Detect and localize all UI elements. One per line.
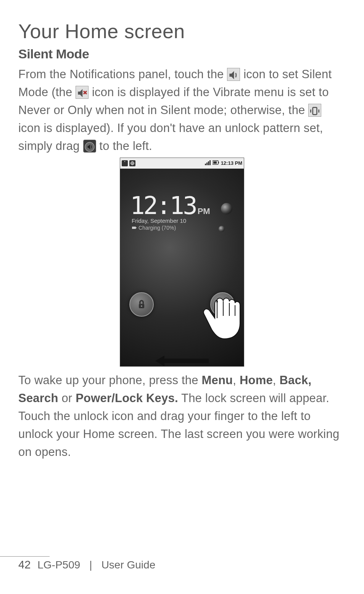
text-segment: To wake up your phone, press the	[18, 373, 202, 387]
status-bar: 12:13 PM	[120, 158, 244, 169]
clock-widget: 12:13PM Friday, September 10 Charging (7…	[130, 192, 210, 231]
footer-guide: User Guide	[101, 559, 156, 571]
key-home: Home	[240, 373, 273, 387]
text-or: or	[58, 391, 76, 405]
charging-text: Charging (70%)	[139, 225, 176, 231]
text-segment: to the left.	[99, 139, 152, 153]
page-footer: 42 LG-P509 | User Guide	[18, 559, 155, 571]
drag-arrow-left	[155, 356, 209, 366]
clock-time: 12:13	[130, 192, 196, 220]
usb-icon	[122, 160, 128, 166]
text-sep: ,	[233, 373, 240, 387]
speaker-muted-icon	[76, 86, 89, 99]
svg-rect-5	[206, 163, 208, 165]
drag-hand-illustration	[194, 288, 244, 349]
section-subtitle: Silent Mode	[18, 47, 346, 61]
paragraph-wake: To wake up your phone, press the Menu, H…	[18, 371, 346, 461]
lockscreen-screenshot: 12:13 PM 12:13PM Friday, September 10 Ch…	[120, 158, 244, 367]
vibrate-icon	[308, 104, 321, 117]
clock-charging: Charging (70%)	[132, 225, 210, 231]
lockscreen-body: 12:13PM Friday, September 10 Charging (7…	[120, 169, 244, 366]
unlock-slider-button[interactable]	[129, 292, 154, 317]
text-sep: ,	[273, 373, 280, 387]
status-left	[122, 160, 135, 166]
svg-rect-10	[213, 161, 217, 164]
status-time: 12:13 PM	[221, 160, 242, 166]
svg-rect-0	[313, 108, 317, 115]
paragraph-silent-mode: From the Notifications panel, touch the …	[18, 65, 346, 155]
key-power-lock: Power/Lock Keys.	[76, 391, 178, 405]
text-segment: icon is displayed). If you don't have an…	[18, 121, 323, 153]
footer-divider: |	[89, 559, 92, 571]
clock-ampm: PM	[198, 206, 210, 216]
speaker-sound-icon	[227, 68, 240, 81]
page-title: Your Home screen	[18, 20, 346, 43]
svg-point-12	[141, 305, 142, 307]
svg-rect-7	[209, 160, 211, 165]
speaker-handle-icon	[83, 140, 96, 153]
svg-rect-6	[208, 161, 209, 165]
svg-point-2	[124, 161, 125, 162]
footer-model: LG-P509	[37, 559, 80, 571]
debug-icon	[129, 160, 135, 166]
key-menu: Menu	[202, 373, 233, 387]
text-segment: From the Notifications panel, touch the	[18, 68, 227, 81]
footer-rule	[0, 556, 50, 557]
svg-rect-4	[205, 164, 206, 165]
svg-marker-13	[155, 356, 209, 366]
page-number: 42	[18, 559, 31, 571]
battery-icon	[213, 160, 219, 166]
svg-rect-9	[218, 162, 219, 163]
status-right: 12:13 PM	[205, 160, 242, 166]
signal-icon	[205, 160, 211, 166]
